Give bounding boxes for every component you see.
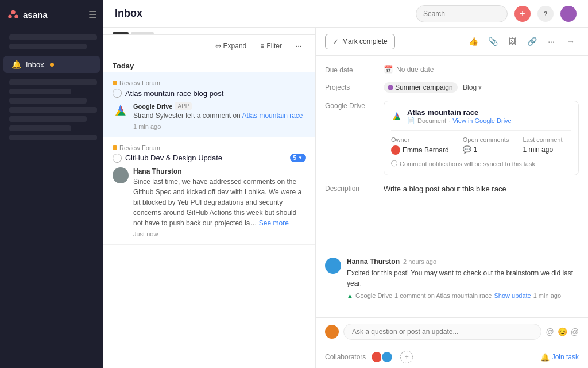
nav-placeholder-1 (9, 34, 97, 40)
collab-avatar-2 (381, 351, 393, 363)
sidebar-inbox-label: Inbox (26, 60, 44, 69)
gdrive-row: Google Drive (325, 101, 579, 175)
add-collaborator-button[interactable]: + (400, 351, 413, 363)
gdrive-show-update-link[interactable]: Show update (494, 292, 531, 299)
comment-input-area: @ 😊 @ (316, 317, 588, 346)
gdrive-owner-col: Owner Emma Bernard (391, 136, 449, 155)
project-color-dot (388, 85, 393, 90)
svg-point-0 (11, 10, 15, 14)
source-name-1: Google Drive (133, 103, 172, 110)
image-icon[interactable]: 🖼 (504, 33, 520, 49)
review-tag-2: Review Forum (113, 144, 306, 151)
sync-note-text: Comment notifications will be synced to … (400, 160, 535, 167)
gdrive-last-comment-col: Last comment 1 min ago (523, 136, 562, 155)
filter-label: Filter (266, 42, 282, 50)
tab-inactive[interactable] (131, 32, 154, 34)
nav-placeholder-4 (9, 89, 71, 94)
nav-placeholder-5 (9, 98, 87, 103)
item-long-text-2: Since last time, we have addressed comme… (133, 177, 306, 228)
nav-placeholder-7 (9, 116, 87, 122)
project-dropdown-icon[interactable]: ▾ (478, 84, 482, 91)
app-badge-1: APP (175, 102, 192, 110)
description-text: Write a blog post about this bike race (384, 183, 579, 195)
inbox-toolbar: ⇔ Expand ≡ Filter ··· (103, 35, 315, 57)
review-dot-1 (113, 80, 117, 85)
link-icon[interactable]: 🔗 (524, 33, 540, 49)
collaborators-row: Collaborators + 🔔 Join task (316, 346, 588, 368)
complete-circle-1[interactable] (113, 89, 122, 98)
expand-detail-icon[interactable]: → (563, 33, 579, 49)
gdrive-label: Google Drive (325, 101, 377, 110)
toggle-count: 5 (293, 155, 297, 161)
date-header: Today (103, 57, 315, 72)
comment-text-1: Excited for this post! You may want to c… (347, 268, 579, 289)
owner-value: Emma Bernard (391, 145, 449, 155)
attachment-icon[interactable]: 📎 (485, 33, 501, 49)
app-name: asana (23, 10, 48, 20)
comment-item-1: Hanna Thurston 2 hours ago Excited for t… (325, 258, 579, 299)
join-task-button[interactable]: 🔔 Join task (540, 353, 579, 362)
help-button[interactable]: ? (537, 6, 554, 22)
see-more-link[interactable]: See more (259, 219, 289, 227)
collaborators-label: Collaborators (325, 353, 366, 361)
sidebar-item-inbox[interactable]: 🔔 Inbox (3, 56, 100, 73)
search-input[interactable] (416, 5, 508, 22)
detail-panel: ✓ Mark complete 👍 📎 🖼 🔗 ··· → Due date (316, 28, 588, 368)
mark-complete-label: Mark complete (342, 37, 388, 45)
gdrive-doc-type: Document (417, 117, 446, 124)
gdrive-sync-note: ⓘ Comment notifications will be synced t… (391, 159, 571, 168)
inbox-item-2[interactable]: Review Forum GitHub Dev & Design Update … (103, 137, 315, 245)
inbox-tabs (103, 28, 315, 35)
check-icon: ✓ (332, 37, 339, 46)
gdrive-card-info: Atlas mountain race 📄 Document · View in… (407, 108, 512, 124)
emoji-icon[interactable]: 😊 (558, 327, 567, 336)
inbox-list: ⇔ Expand ≡ Filter ··· Today Review Fo (103, 28, 316, 368)
owner-avatar (391, 145, 400, 155)
tab-active[interactable] (113, 32, 129, 34)
add-button[interactable]: + (514, 6, 531, 22)
mention-icon[interactable]: @ (571, 327, 579, 336)
comment-link-1[interactable]: Atlas mountain race (242, 112, 303, 120)
expand-button[interactable]: ⇔ Expand (211, 40, 252, 52)
review-label-1: Review Forum (119, 79, 160, 86)
comment-header-1: Hanna Thurston 2 hours ago (347, 258, 579, 266)
menu-icon[interactable]: ☰ (88, 9, 96, 20)
comment-bubble-icon: 💬 (463, 145, 471, 154)
sidebar-header: asana ☰ (0, 0, 103, 29)
at-icon[interactable]: @ (546, 327, 554, 336)
item-author-2: Hana Thurston (133, 167, 306, 175)
more-actions-icon[interactable]: ··· (543, 33, 559, 49)
thumbs-up-icon[interactable]: 👍 (465, 33, 481, 49)
more-options-button[interactable]: ··· (291, 40, 306, 52)
bell-icon: 🔔 (540, 353, 550, 362)
gdrive-ref-text: 1 comment on Atlas mountain race (394, 292, 492, 299)
item-title-1: Atlas mountain race blog post (125, 89, 223, 98)
author-avatar-2 (113, 167, 129, 183)
expand-label: Expand (223, 42, 247, 50)
project-tag[interactable]: Summer campaign (384, 82, 458, 93)
complete-circle-2[interactable] (113, 154, 122, 163)
comment-body-1: Hanna Thurston 2 hours ago Excited for t… (347, 258, 579, 299)
mark-complete-button[interactable]: ✓ Mark complete (325, 34, 395, 49)
item-comment-1: Strand Sylvester left a comment on Atlas… (133, 111, 306, 121)
filter-button[interactable]: ≡ Filter (256, 40, 287, 52)
nav-placeholder-9 (9, 135, 97, 140)
gdrive-view-link[interactable]: View in Google Drive (452, 117, 512, 124)
toggle-icon: ▼ (298, 155, 303, 160)
inbox-item-1[interactable]: Review Forum Atlas mountain race blog po… (103, 72, 315, 137)
gdrive-card-header: Atlas mountain race 📄 Document · View in… (391, 108, 571, 124)
svg-point-2 (14, 14, 18, 18)
description-value: Write a blog post about this bike race (384, 183, 579, 195)
topbar: Inbox + ? (103, 0, 588, 28)
more-icon: ··· (296, 42, 301, 50)
nav-placeholder-2 (9, 44, 87, 49)
open-comments-count: 1 (474, 145, 478, 154)
item-text-1: Google Drive APP Strand Sylvester left a… (133, 102, 306, 130)
due-date-value[interactable]: 📅 No due date (384, 65, 579, 74)
comment-input[interactable] (343, 324, 541, 340)
gdrive-value: Atlas mountain race 📄 Document · View in… (384, 101, 579, 175)
inbox-scroll: Today Review Forum Atlas mountain race b… (103, 57, 315, 368)
user-avatar-button[interactable] (560, 6, 577, 22)
page-title: Inbox (115, 7, 409, 20)
collaborators-avatars (370, 351, 393, 363)
